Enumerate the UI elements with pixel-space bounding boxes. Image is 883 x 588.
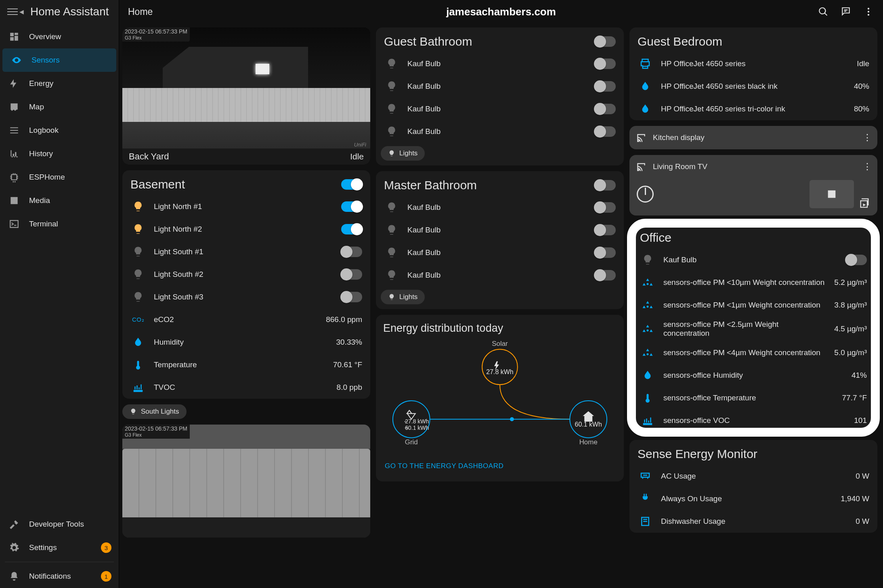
media-more-icon[interactable]: ⋮ [863, 161, 872, 172]
sidebar-item-overview[interactable]: Overview [0, 25, 119, 48]
entity-row[interactable]: Kauf Bulb [376, 120, 624, 143]
map-icon [8, 101, 20, 113]
row-toggle[interactable] [595, 225, 616, 235]
south-lights-chip[interactable]: South Lights [122, 404, 187, 419]
camera-name: Back Yard [129, 151, 169, 162]
svg-text:27.8 kWh: 27.8 kWh [405, 418, 429, 425]
sidebar-item-map[interactable]: Map [0, 95, 119, 119]
entity-row[interactable]: Light South #3 [122, 286, 370, 308]
row-toggle[interactable] [595, 126, 616, 137]
entity-row[interactable]: Kauf Bulb [376, 219, 624, 241]
row-toggle[interactable] [341, 269, 362, 280]
entity-row[interactable]: AC Usage0 W [629, 465, 877, 488]
entity-row[interactable]: Light North #1 [122, 195, 370, 218]
row-toggle[interactable] [341, 201, 362, 212]
row-toggle[interactable] [595, 104, 616, 114]
entity-row[interactable]: Kauf Bulb [376, 98, 624, 120]
entity-row[interactable]: HP OfficeJet 4650 series black ink40% [629, 75, 877, 98]
entity-row[interactable]: Always On Usage1,940 W [629, 488, 877, 510]
row-toggle[interactable] [595, 202, 616, 213]
sidebar-item-logbook[interactable]: Logbook [0, 119, 119, 142]
media-power-button[interactable] [637, 186, 654, 203]
breadcrumb[interactable]: Home [128, 6, 153, 17]
gb-lights-chip[interactable]: Lights [381, 146, 425, 161]
entity-row[interactable]: Kauf Bulb [376, 196, 624, 219]
entity-row[interactable]: Kauf Bulb [376, 52, 624, 75]
row-toggle[interactable] [595, 59, 616, 69]
row-toggle[interactable] [595, 247, 616, 258]
row-toggle[interactable] [341, 247, 362, 257]
camera-card-2[interactable]: 2023-02-15 06:57:33 PMG3 Flex [122, 425, 370, 538]
entity-row[interactable]: TVOC8.0 ppb [122, 376, 370, 399]
sidebar-item-terminal[interactable]: Terminal [0, 212, 119, 236]
sidebar-item-media[interactable]: Media [0, 189, 119, 212]
entity-row[interactable]: Temperature70.61 °F [122, 354, 370, 376]
row-toggle[interactable] [595, 81, 616, 92]
mb-lights-chip[interactable]: Lights [381, 290, 425, 304]
energy-dashboard-link[interactable]: GO TO THE ENERGY DASHBOARD [383, 457, 505, 477]
sidebar-item-sensors[interactable]: Sensors [2, 48, 116, 72]
svg-point-1 [868, 11, 869, 13]
svg-text:60.1 kWh: 60.1 kWh [575, 421, 602, 428]
menu-toggle[interactable] [7, 6, 18, 17]
entity-row[interactable]: Humidity30.33% [122, 331, 370, 354]
gear-icon [8, 542, 20, 554]
media-livingroom-card[interactable]: Living Room TV ⋮ [629, 155, 877, 216]
sidebar-item-notifications[interactable]: Notifications 1 [0, 565, 119, 588]
bulb-icon [384, 268, 399, 283]
entity-row[interactable]: sensors-office VOC101 [632, 409, 875, 432]
entity-row[interactable]: sensors-office PM <4µm Weight concentrat… [632, 341, 875, 364]
master-bathroom-master-toggle[interactable] [595, 180, 616, 190]
sidebar-item-esphome[interactable]: ESPHome [0, 165, 119, 189]
entity-row[interactable]: sensors-office Humidity41% [632, 364, 875, 387]
bell-icon [8, 570, 20, 582]
row-toggle[interactable] [595, 270, 616, 280]
entity-row[interactable]: CO₂eCO2866.0 ppm [122, 308, 370, 331]
cast-icon [635, 132, 647, 144]
row-toggle[interactable] [341, 292, 362, 302]
settings-badge: 3 [101, 542, 111, 553]
guest-bedroom-card: Guest Bedroom HP OfficeJet 4650 seriesId… [629, 27, 877, 120]
basement-card: Basement Light North #1Light North #2Lig… [122, 170, 370, 399]
entity-row[interactable]: sensors-office Temperature77.7 °F [632, 387, 875, 409]
entity-row[interactable]: HP OfficeJet 4650 seriesIdle [629, 52, 877, 75]
chart-icon [8, 148, 20, 160]
media-more-icon[interactable]: ⋮ [863, 132, 872, 143]
sidebar-item-energy[interactable]: Energy [0, 72, 119, 95]
sidebar-item-history[interactable]: History [0, 142, 119, 165]
search-icon[interactable] [818, 6, 829, 17]
dish-icon [638, 514, 653, 529]
guest-bathroom-master-toggle[interactable] [595, 36, 616, 47]
sense-card: Sense Energy Monitor AC Usage0 WAlways O… [629, 440, 877, 533]
media-list-icon[interactable] [859, 197, 870, 208]
svg-point-0 [868, 8, 869, 9]
entity-row[interactable]: sensors-office PM <1µm Weight concentrat… [632, 294, 875, 316]
ink-icon [638, 101, 653, 117]
sidebar-item-settings[interactable]: Settings 3 [0, 536, 119, 559]
chat-icon[interactable] [840, 6, 852, 17]
entity-row[interactable]: Kauf Bulb [376, 264, 624, 287]
media-kitchen-card[interactable]: Kitchen display ⋮ [629, 126, 877, 149]
entity-row[interactable]: sensors-office PM <2.5µm Weight concentr… [632, 316, 875, 341]
entity-row[interactable]: Light South #1 [122, 241, 370, 263]
camera2-timestamp: 2023-02-15 06:57:33 PMG3 Flex [122, 425, 190, 439]
play-box-icon [8, 195, 20, 207]
more-icon[interactable] [863, 6, 874, 17]
entity-row[interactable]: Light North #2 [122, 218, 370, 241]
chip-icon [8, 171, 20, 183]
office-card: Office Kauf Bulb sensors-office PM <10µm… [632, 224, 875, 432]
entity-row[interactable]: sensors-office PM <10µm Weight concentra… [632, 271, 875, 294]
row-toggle[interactable] [341, 224, 362, 234]
basement-master-toggle[interactable] [341, 179, 362, 190]
sidebar-item-devtools[interactable]: Developer Tools [0, 513, 119, 536]
camera-card-backyard[interactable]: 2023-02-15 06:57:33 PMG3 Flex UniFi Back… [122, 27, 370, 165]
topbar: Home jamesachambers.com [119, 0, 883, 23]
entity-row[interactable]: Dishwasher Usage0 W [629, 510, 877, 533]
office-bulb-toggle[interactable] [846, 255, 867, 265]
entity-row[interactable]: Light South #2 [122, 263, 370, 286]
entity-row[interactable]: Kauf Bulb [376, 241, 624, 264]
entity-row[interactable]: Kauf Bulb [376, 75, 624, 98]
office-bulb-row[interactable]: Kauf Bulb [632, 249, 875, 271]
entity-row[interactable]: HP OfficeJet 4650 series tri-color ink80… [629, 98, 877, 120]
bulb-icon [130, 267, 146, 282]
